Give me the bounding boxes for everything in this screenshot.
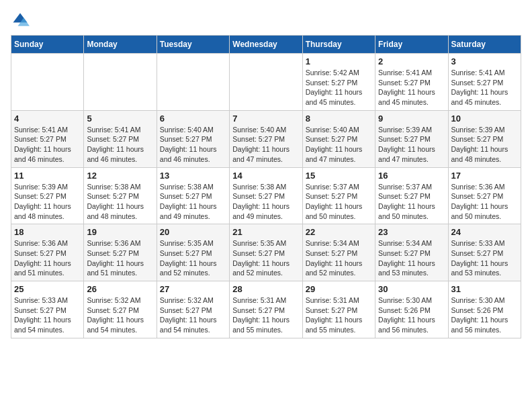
day-info: Sunrise: 5:31 AM Sunset: 5:27 PM Dayligh… xyxy=(306,295,372,335)
day-info: Sunrise: 5:35 AM Sunset: 5:27 PM Dayligh… xyxy=(232,238,299,278)
day-cell: 1Sunrise: 5:42 AM Sunset: 5:27 PM Daylig… xyxy=(302,54,375,111)
day-number: 11 xyxy=(14,171,81,181)
day-info: Sunrise: 5:30 AM Sunset: 5:26 PM Dayligh… xyxy=(378,295,445,335)
header-day-saturday: Saturday xyxy=(448,36,521,54)
page-header xyxy=(11,11,521,30)
day-number: 19 xyxy=(87,227,153,237)
header-row: SundayMondayTuesdayWednesdayThursdayFrid… xyxy=(11,36,521,54)
day-cell: 17Sunrise: 5:36 AM Sunset: 5:27 PM Dayli… xyxy=(448,167,521,224)
day-info: Sunrise: 5:42 AM Sunset: 5:27 PM Dayligh… xyxy=(306,68,372,107)
day-cell: 21Sunrise: 5:35 AM Sunset: 5:27 PM Dayli… xyxy=(230,224,302,281)
day-cell: 4Sunrise: 5:41 AM Sunset: 5:27 PM Daylig… xyxy=(11,110,84,167)
day-cell: 7Sunrise: 5:40 AM Sunset: 5:27 PM Daylig… xyxy=(230,110,302,167)
day-number: 20 xyxy=(160,227,226,237)
day-info: Sunrise: 5:35 AM Sunset: 5:27 PM Dayligh… xyxy=(160,238,226,278)
calendar-body: 1Sunrise: 5:42 AM Sunset: 5:27 PM Daylig… xyxy=(11,54,521,338)
day-cell: 30Sunrise: 5:30 AM Sunset: 5:26 PM Dayli… xyxy=(375,281,448,338)
header-day-wednesday: Wednesday xyxy=(230,36,302,54)
day-cell: 2Sunrise: 5:41 AM Sunset: 5:27 PM Daylig… xyxy=(375,54,448,111)
day-info: Sunrise: 5:36 AM Sunset: 5:27 PM Dayligh… xyxy=(87,238,153,278)
day-info: Sunrise: 5:38 AM Sunset: 5:27 PM Dayligh… xyxy=(160,182,226,222)
day-number: 15 xyxy=(306,171,372,181)
day-number: 2 xyxy=(378,56,445,66)
day-info: Sunrise: 5:30 AM Sunset: 5:26 PM Dayligh… xyxy=(451,295,518,335)
day-info: Sunrise: 5:38 AM Sunset: 5:27 PM Dayligh… xyxy=(232,182,299,222)
logo-icon xyxy=(11,11,30,30)
day-number: 6 xyxy=(160,113,226,124)
day-cell: 29Sunrise: 5:31 AM Sunset: 5:27 PM Dayli… xyxy=(302,281,375,338)
day-cell: 22Sunrise: 5:34 AM Sunset: 5:27 PM Dayli… xyxy=(302,224,375,281)
day-number: 16 xyxy=(378,171,445,181)
day-number: 14 xyxy=(232,171,299,181)
day-cell: 26Sunrise: 5:32 AM Sunset: 5:27 PM Dayli… xyxy=(84,281,157,338)
header-day-sunday: Sunday xyxy=(11,36,84,54)
calendar-table: SundayMondayTuesdayWednesdayThursdayFrid… xyxy=(11,35,521,338)
day-info: Sunrise: 5:41 AM Sunset: 5:27 PM Dayligh… xyxy=(378,68,445,107)
day-number: 26 xyxy=(87,284,153,294)
day-cell: 20Sunrise: 5:35 AM Sunset: 5:27 PM Dayli… xyxy=(157,224,229,281)
day-cell xyxy=(11,54,84,111)
day-number: 12 xyxy=(87,171,153,181)
day-cell: 19Sunrise: 5:36 AM Sunset: 5:27 PM Dayli… xyxy=(84,224,157,281)
day-cell: 16Sunrise: 5:37 AM Sunset: 5:27 PM Dayli… xyxy=(375,167,448,224)
day-cell xyxy=(157,54,229,111)
day-number: 1 xyxy=(306,56,372,66)
day-number: 5 xyxy=(87,113,153,124)
day-number: 30 xyxy=(378,284,445,294)
day-cell: 9Sunrise: 5:39 AM Sunset: 5:27 PM Daylig… xyxy=(375,110,448,167)
day-number: 18 xyxy=(14,227,81,237)
day-info: Sunrise: 5:38 AM Sunset: 5:27 PM Dayligh… xyxy=(87,182,153,222)
day-info: Sunrise: 5:32 AM Sunset: 5:27 PM Dayligh… xyxy=(87,295,153,335)
day-number: 24 xyxy=(451,227,518,237)
day-cell xyxy=(84,54,157,111)
day-info: Sunrise: 5:41 AM Sunset: 5:27 PM Dayligh… xyxy=(451,68,518,107)
day-number: 31 xyxy=(451,284,518,294)
calendar-header: SundayMondayTuesdayWednesdayThursdayFrid… xyxy=(11,36,521,54)
day-cell xyxy=(230,54,302,111)
day-info: Sunrise: 5:31 AM Sunset: 5:27 PM Dayligh… xyxy=(232,295,299,335)
day-info: Sunrise: 5:34 AM Sunset: 5:27 PM Dayligh… xyxy=(306,238,372,278)
day-number: 8 xyxy=(306,113,372,124)
week-row-1: 1Sunrise: 5:42 AM Sunset: 5:27 PM Daylig… xyxy=(11,54,521,111)
week-row-5: 25Sunrise: 5:33 AM Sunset: 5:27 PM Dayli… xyxy=(11,281,521,338)
day-number: 10 xyxy=(451,113,518,124)
day-info: Sunrise: 5:33 AM Sunset: 5:27 PM Dayligh… xyxy=(14,295,81,335)
day-cell: 12Sunrise: 5:38 AM Sunset: 5:27 PM Dayli… xyxy=(84,167,157,224)
day-info: Sunrise: 5:33 AM Sunset: 5:27 PM Dayligh… xyxy=(451,238,518,278)
day-cell: 31Sunrise: 5:30 AM Sunset: 5:26 PM Dayli… xyxy=(448,281,521,338)
day-cell: 14Sunrise: 5:38 AM Sunset: 5:27 PM Dayli… xyxy=(230,167,302,224)
day-cell: 10Sunrise: 5:39 AM Sunset: 5:27 PM Dayli… xyxy=(448,110,521,167)
day-info: Sunrise: 5:39 AM Sunset: 5:27 PM Dayligh… xyxy=(14,182,81,222)
day-cell: 24Sunrise: 5:33 AM Sunset: 5:27 PM Dayli… xyxy=(448,224,521,281)
day-cell: 28Sunrise: 5:31 AM Sunset: 5:27 PM Dayli… xyxy=(230,281,302,338)
day-info: Sunrise: 5:36 AM Sunset: 5:27 PM Dayligh… xyxy=(14,238,81,278)
day-info: Sunrise: 5:37 AM Sunset: 5:27 PM Dayligh… xyxy=(378,182,445,222)
header-day-thursday: Thursday xyxy=(302,36,375,54)
day-number: 23 xyxy=(378,227,445,237)
day-info: Sunrise: 5:32 AM Sunset: 5:27 PM Dayligh… xyxy=(160,295,226,335)
day-info: Sunrise: 5:41 AM Sunset: 5:27 PM Dayligh… xyxy=(87,125,153,165)
day-number: 9 xyxy=(378,113,445,124)
week-row-4: 18Sunrise: 5:36 AM Sunset: 5:27 PM Dayli… xyxy=(11,224,521,281)
header-day-tuesday: Tuesday xyxy=(157,36,229,54)
day-cell: 23Sunrise: 5:34 AM Sunset: 5:27 PM Dayli… xyxy=(375,224,448,281)
day-number: 13 xyxy=(160,171,226,181)
week-row-3: 11Sunrise: 5:39 AM Sunset: 5:27 PM Dayli… xyxy=(11,167,521,224)
day-cell: 18Sunrise: 5:36 AM Sunset: 5:27 PM Dayli… xyxy=(11,224,84,281)
day-cell: 15Sunrise: 5:37 AM Sunset: 5:27 PM Dayli… xyxy=(302,167,375,224)
day-info: Sunrise: 5:37 AM Sunset: 5:27 PM Dayligh… xyxy=(306,182,372,222)
day-info: Sunrise: 5:40 AM Sunset: 5:27 PM Dayligh… xyxy=(306,125,372,165)
day-number: 21 xyxy=(232,227,299,237)
day-info: Sunrise: 5:40 AM Sunset: 5:27 PM Dayligh… xyxy=(160,125,226,165)
day-number: 28 xyxy=(232,284,299,294)
day-cell: 11Sunrise: 5:39 AM Sunset: 5:27 PM Dayli… xyxy=(11,167,84,224)
day-cell: 8Sunrise: 5:40 AM Sunset: 5:27 PM Daylig… xyxy=(302,110,375,167)
day-number: 3 xyxy=(451,56,518,66)
day-info: Sunrise: 5:40 AM Sunset: 5:27 PM Dayligh… xyxy=(232,125,299,165)
day-number: 4 xyxy=(14,113,81,124)
day-number: 17 xyxy=(451,171,518,181)
day-number: 29 xyxy=(306,284,372,294)
day-cell: 27Sunrise: 5:32 AM Sunset: 5:27 PM Dayli… xyxy=(157,281,229,338)
day-info: Sunrise: 5:41 AM Sunset: 5:27 PM Dayligh… xyxy=(14,125,81,165)
day-cell: 3Sunrise: 5:41 AM Sunset: 5:27 PM Daylig… xyxy=(448,54,521,111)
